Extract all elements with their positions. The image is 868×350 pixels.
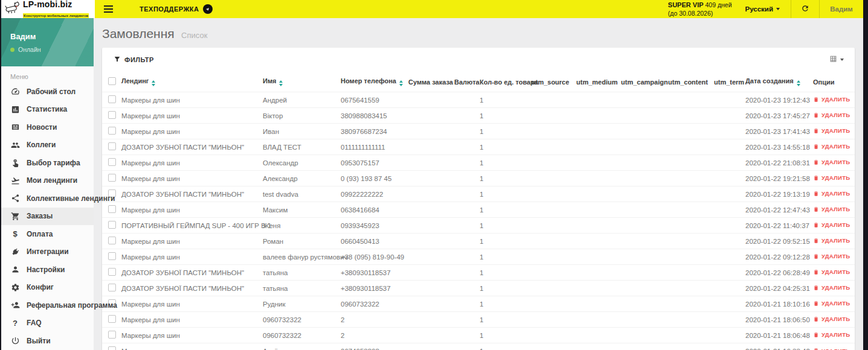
row-checkbox[interactable]	[108, 127, 116, 135]
delete-button[interactable]: УДАЛИТЬ	[813, 112, 850, 118]
cell-qty: 1	[475, 171, 527, 186]
menu-toggle-button[interactable]	[103, 3, 114, 15]
row-checkbox[interactable]	[108, 268, 116, 276]
row-checkbox[interactable]	[108, 315, 116, 323]
row-checkbox[interactable]	[108, 111, 116, 119]
cell-name: 0960732322	[258, 328, 336, 343]
cell-utm_medium	[571, 186, 616, 202]
row-checkbox[interactable]	[108, 158, 116, 166]
cell-utm_campaign	[616, 92, 663, 108]
delete-button[interactable]: УДАЛИТЬ	[813, 300, 850, 307]
sort-arrows-icon[interactable]	[152, 80, 155, 86]
cell-utm_medium	[571, 328, 616, 343]
cell-options: УДАЛИТЬ	[808, 202, 855, 218]
menu-section-label: Меню	[1, 66, 94, 83]
sidebar-item-collective-landings[interactable]: Коллективные лендинги	[1, 189, 94, 208]
cell-currency	[449, 202, 475, 218]
gear-icon	[10, 282, 20, 292]
sidebar-item-config[interactable]: Конфиг	[1, 279, 94, 297]
row-checkbox[interactable]	[108, 142, 116, 150]
row-checkbox[interactable]	[108, 331, 116, 339]
cell-name: 0960732322	[258, 312, 336, 328]
delete-button[interactable]: УДАЛИТЬ	[813, 331, 850, 338]
row-checkbox[interactable]	[108, 95, 116, 103]
delete-button[interactable]: УДАЛИТЬ	[813, 316, 850, 322]
sidebar-item-integrations[interactable]: Интеграции	[1, 243, 94, 261]
column-header-utm_campaign: utm_campaign	[616, 72, 663, 92]
sidebar-item-colleagues[interactable]: Коллеги	[1, 136, 94, 154]
sidebar-item-my-landings[interactable]: Мои лендинги	[1, 172, 94, 190]
delete-button[interactable]: УДАЛИТЬ	[813, 159, 850, 165]
row-checkbox[interactable]	[108, 205, 116, 213]
delete-button[interactable]: УДАЛИТЬ	[813, 253, 850, 259]
vertical-scrollbar[interactable]	[863, 0, 868, 350]
logo[interactable]: LP-mobi.biz Конструктор мобильных лендин…	[1, 0, 95, 18]
cell-created: 2020-01-22 06:28:49	[741, 265, 808, 281]
sidebar-item-label: Рабочий стол	[27, 88, 76, 96]
columns-toggle-button[interactable]	[829, 55, 844, 65]
cell-utm_medium	[571, 155, 616, 171]
row-checkbox[interactable]	[108, 221, 116, 229]
row-checkbox[interactable]	[108, 252, 116, 260]
delete-button[interactable]: УДАЛИТЬ	[813, 269, 850, 275]
sidebar-item-settings[interactable]: Настройки	[1, 261, 94, 279]
sidebar-item-orders[interactable]: Заказы	[1, 208, 94, 226]
column-header-phone[interactable]: Номер телефона	[336, 72, 403, 92]
support-button[interactable]: ТЕХПОДДЕРЖКА	[140, 4, 213, 14]
cell-utm_term	[709, 296, 741, 312]
delete-button[interactable]: УДАЛИТЬ	[813, 284, 850, 291]
cell-created: 2020-01-22 21:08:31	[741, 155, 808, 171]
column-header-created[interactable]: Дата создания	[741, 72, 808, 92]
sidebar-item-news[interactable]: Новости	[1, 118, 94, 136]
cell-utm_medium	[571, 108, 616, 124]
sidebar-item-referral[interactable]: Реферальная программа	[1, 296, 94, 314]
cell-utm_term	[709, 343, 741, 350]
delete-button[interactable]: УДАЛИТЬ	[813, 143, 850, 150]
orders-card: ФИЛЬТР	[102, 48, 855, 350]
delete-button[interactable]: УДАЛИТЬ	[813, 190, 850, 197]
sidebar-item-tariff[interactable]: Выбор тарифа	[1, 154, 94, 172]
trash-icon	[813, 301, 819, 307]
delete-button[interactable]: УДАЛИТЬ	[813, 348, 850, 350]
sidebar-item-logout[interactable]: Выйти	[1, 332, 94, 350]
cell-qty: 1	[475, 124, 527, 139]
cell-options: УДАЛИТЬ	[808, 296, 855, 312]
sidebar-item-dashboard[interactable]: Рабочий стол	[1, 83, 94, 101]
delete-button[interactable]: УДАЛИТЬ	[813, 174, 850, 181]
sort-arrows-icon[interactable]	[797, 80, 800, 86]
refresh-button[interactable]	[791, 0, 819, 18]
sort-arrows-icon[interactable]	[399, 80, 403, 86]
cell-created: 2020-01-21 18:06:48	[741, 328, 808, 343]
row-checkbox[interactable]	[108, 346, 116, 350]
sidebar-item-faq[interactable]: ?FAQ	[1, 314, 94, 332]
cell-utm_content	[663, 92, 709, 108]
row-checkbox[interactable]	[108, 284, 116, 291]
sort-arrows-icon[interactable]	[279, 80, 283, 86]
column-header-landing[interactable]: Лендинг	[117, 72, 258, 92]
cell-options: УДАЛИТЬ	[808, 343, 855, 350]
logo-title: LP-mobi.biz	[23, 0, 72, 9]
cell-name: Роман	[258, 234, 336, 249]
delete-button[interactable]: УДАЛИТЬ	[813, 221, 850, 228]
language-select[interactable]: Русский	[742, 0, 791, 18]
sidebar-item-statistics[interactable]: Статистика	[1, 101, 94, 119]
sidebar-item-payment[interactable]: $Оплата	[1, 225, 94, 243]
cell-phone: 0675641559	[336, 92, 403, 108]
row-checkbox[interactable]	[108, 174, 116, 182]
delete-button[interactable]: УДАЛИТЬ	[813, 127, 850, 134]
trash-icon	[813, 238, 819, 244]
cell-name: Максим	[258, 202, 336, 218]
delete-button[interactable]: УДАЛИТЬ	[813, 206, 850, 212]
cell-options: УДАЛИТЬ	[808, 108, 855, 124]
delete-button[interactable]: УДАЛИТЬ	[813, 237, 850, 244]
cell-phone: 0 (93) 193 87 45	[336, 171, 403, 186]
select-all-checkbox[interactable]	[108, 77, 116, 85]
column-header-name[interactable]: Имя	[258, 72, 336, 92]
delete-button[interactable]: УДАЛИТЬ	[813, 96, 850, 103]
cell-utm_medium	[571, 296, 616, 312]
topbar-user-button[interactable]: Вадим	[820, 0, 863, 18]
cell-currency	[449, 234, 475, 249]
filter-button[interactable]: ФИЛЬТР	[114, 56, 154, 64]
cell-utm_medium	[571, 171, 616, 186]
row-checkbox[interactable]	[108, 237, 116, 244]
